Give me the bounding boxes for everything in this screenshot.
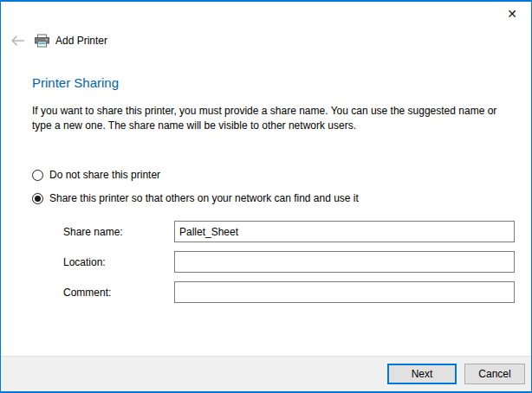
- location-row: Location:: [63, 251, 515, 273]
- location-input[interactable]: [174, 251, 515, 273]
- wizard-nav: Add Printer: [10, 31, 107, 50]
- location-label: Location:: [63, 256, 174, 268]
- cancel-button[interactable]: Cancel: [464, 364, 525, 384]
- left-arrow-icon: [10, 35, 26, 47]
- add-printer-wizard-dialog: ✕ Add Printer Printer Sharing If you wan…: [0, 0, 532, 393]
- title-bar: ✕: [1, 2, 531, 26]
- button-bar: Next Cancel: [1, 356, 531, 391]
- radio-selected-icon[interactable]: [32, 193, 43, 204]
- radio-do-not-share[interactable]: Do not share this printer: [32, 169, 160, 181]
- back-button[interactable]: [10, 32, 27, 49]
- comment-row: Comment:: [63, 281, 515, 303]
- radio-do-not-share-label: Do not share this printer: [49, 169, 160, 181]
- close-icon: ✕: [507, 7, 517, 21]
- radio-share-printer[interactable]: Share this printer so that others on you…: [32, 192, 359, 204]
- comment-input[interactable]: [174, 281, 515, 303]
- radio-unselected-icon[interactable]: [32, 170, 43, 181]
- share-name-row: Share name:: [63, 221, 515, 242]
- description-text: If you want to share this printer, you m…: [32, 104, 510, 133]
- radio-share-printer-label: Share this printer so that others on you…: [49, 192, 359, 204]
- close-button[interactable]: ✕: [493, 2, 531, 26]
- next-button[interactable]: Next: [387, 364, 457, 384]
- share-name-label: Share name:: [63, 226, 174, 238]
- share-details-form: Share name: Location: Comment:: [63, 221, 515, 312]
- comment-label: Comment:: [63, 287, 174, 299]
- printer-icon: [35, 34, 49, 48]
- page-title: Printer Sharing: [32, 75, 119, 90]
- wizard-title: Add Printer: [55, 35, 107, 47]
- share-name-input[interactable]: [174, 221, 515, 242]
